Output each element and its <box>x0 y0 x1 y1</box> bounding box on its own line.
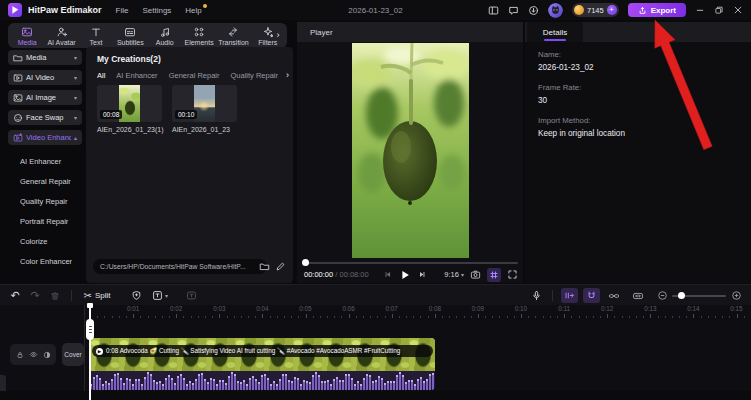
menu-settings[interactable]: Settings <box>142 6 171 15</box>
user-avatar[interactable] <box>548 3 563 18</box>
creations-tabs-scroll-icon[interactable]: › <box>284 70 289 80</box>
ruler-label: 0:07 <box>386 305 398 312</box>
redo-button[interactable]: ↷ <box>28 285 42 306</box>
restore-button[interactable] <box>714 5 724 15</box>
split-button[interactable]: ✂ Split <box>79 285 115 306</box>
link-toggle[interactable] <box>606 285 622 306</box>
creation-card[interactable]: 00:10AIEn_2026_01_23 <box>172 85 237 133</box>
zoom-in-button[interactable] <box>729 285 743 306</box>
add-text-button[interactable]: ▾ <box>148 285 172 306</box>
sidebar-item-portrait-repair[interactable]: Portrait Repair <box>8 211 82 231</box>
zoom-out-button[interactable] <box>655 285 669 306</box>
sidebar-item-general-repair[interactable]: General Repair <box>8 171 82 191</box>
hide-track-icon[interactable] <box>29 350 38 359</box>
menu-file[interactable]: File <box>116 6 129 15</box>
download-icon[interactable] <box>528 5 539 16</box>
coin-icon <box>574 5 584 15</box>
playhead-cap[interactable] <box>87 303 93 308</box>
player-progress-bar[interactable] <box>302 261 518 264</box>
sidebar-item-color-enhancer[interactable]: Color Enhancer <box>8 251 82 271</box>
record-voice-icon[interactable] <box>528 285 544 306</box>
sidebar-group-ai-image[interactable]: AI Image▾ <box>8 90 82 105</box>
creation-card[interactable]: 00:08AIEn_2026_01_23(1) <box>97 85 162 133</box>
menu-help[interactable]: Help <box>185 6 201 15</box>
clip-title-band: ▶ 0:08 Advocoda 🥑 Cutting 🔪 Satisfying V… <box>92 345 433 357</box>
playhead-handle[interactable] <box>86 319 94 340</box>
snapshot-icon[interactable] <box>470 269 481 280</box>
sidebar-group-ai-video[interactable]: AI Video▾ <box>8 70 82 85</box>
save-path-field[interactable]: C:/Users/HP/Documents/HitPaw Software/Hi… <box>93 259 267 274</box>
creations-title: My Creations(2) <box>97 54 161 64</box>
magnet-toggle[interactable] <box>583 285 600 306</box>
sidebar-group-face-swap[interactable]: Face Swap▾ <box>8 110 82 125</box>
player-progress-knob[interactable] <box>302 259 309 266</box>
tab-elements[interactable]: Elements <box>182 26 216 46</box>
undo-button[interactable]: ↶ <box>8 285 22 306</box>
coins-balance[interactable]: 7145 + <box>572 3 619 17</box>
creations-cards: 00:08AIEn_2026_01_23(1)00:10AIEn_2026_01… <box>97 85 237 133</box>
open-folder-icon[interactable] <box>259 261 270 272</box>
ribbon-scroll-right-icon[interactable]: › <box>273 30 283 40</box>
lock-track-icon[interactable] <box>16 351 24 359</box>
creations-tab-general-repair[interactable]: General Repair <box>169 71 220 80</box>
tab-media[interactable]: Media <box>10 26 44 46</box>
sidebar-item-quality-repair[interactable]: Quality Repair <box>8 191 82 211</box>
mute-track-icon[interactable] <box>43 351 51 359</box>
tab-transition[interactable]: Transition <box>216 26 250 46</box>
ruler-label: 0:05 <box>299 305 311 312</box>
field-value: 2026-01-23_02 <box>538 63 741 72</box>
field-label: Name: <box>538 50 741 59</box>
sticker-button[interactable] <box>183 285 199 306</box>
minimize-button[interactable] <box>695 5 705 15</box>
add-coins-icon[interactable]: + <box>607 5 617 15</box>
sidebar-group-video-enhancer[interactable]: Video Enhancer▴ <box>8 130 82 145</box>
playhead[interactable] <box>89 303 91 400</box>
tab-subtitles[interactable]: Subtitles <box>113 26 147 46</box>
cover-button[interactable]: Cover <box>62 343 84 366</box>
tab-label: Media <box>18 39 37 46</box>
grid-toggle-button[interactable] <box>487 268 501 282</box>
tab-audio[interactable]: Audio <box>148 26 182 46</box>
sidebar-group-media[interactable]: Media▾ <box>8 50 82 65</box>
thumbnail-image-sunset <box>194 85 215 122</box>
next-frame-icon[interactable] <box>418 270 427 279</box>
export-button[interactable]: Export <box>628 3 686 17</box>
face-icon <box>13 113 23 123</box>
close-button[interactable] <box>733 5 743 15</box>
ai-image-icon <box>13 93 23 103</box>
field-label: Import Method: <box>538 116 741 125</box>
ripple-edit-toggle[interactable] <box>561 285 578 306</box>
group-label: AI Video <box>26 73 71 82</box>
delete-button[interactable] <box>48 285 62 306</box>
fit-timeline-button[interactable] <box>630 285 646 306</box>
video-icon <box>13 73 23 83</box>
sparkle-icon <box>262 26 274 38</box>
tab-details[interactable]: Details <box>527 22 583 42</box>
player-controls: 00:00:00 / 00:08:00 9:16 ▾ <box>297 266 523 283</box>
sidebar-item-ai-enhancer[interactable]: AI Enhancer <box>8 151 82 171</box>
creations-tab-quality-repair[interactable]: Quality Repair <box>230 71 278 80</box>
tab-ai-avatar[interactable]: AI Avatar <box>44 26 78 46</box>
edit-path-icon[interactable] <box>275 261 286 272</box>
tab-label: Audio <box>156 39 174 46</box>
timeline-ruler[interactable]: 0:010:020:030:040:050:060:070:080:090:10… <box>0 305 751 319</box>
details-panel: Details Name:2026-01-23_02Frame Rate:30I… <box>525 22 751 283</box>
tab-text[interactable]: Text <box>79 26 113 46</box>
play-icon[interactable] <box>399 269 411 281</box>
layout-icon[interactable] <box>488 5 499 16</box>
mask-button[interactable] <box>128 285 144 306</box>
creations-tab-ai-enhancer[interactable]: AI Enhancer <box>116 71 157 80</box>
fullscreen-icon[interactable] <box>507 269 518 280</box>
grid-dots-icon <box>193 26 205 38</box>
ruler-label: 0:03 <box>213 305 225 312</box>
player-panel: Player <box>297 22 523 283</box>
creation-thumbnail: 00:10 <box>172 85 237 122</box>
timeline[interactable]: 0:010:020:030:040:050:060:070:080:090:10… <box>0 305 751 400</box>
feedback-icon[interactable] <box>508 5 519 16</box>
previous-frame-icon[interactable] <box>383 270 392 279</box>
aspect-ratio-select[interactable]: 9:16 ▾ <box>444 270 464 279</box>
sidebar-item-colorize[interactable]: Colorize <box>8 231 82 251</box>
creations-tab-all[interactable]: All <box>97 71 105 80</box>
video-clip[interactable]: ▶ 0:08 Advocoda 🥑 Cutting 🔪 Satisfying V… <box>90 338 435 390</box>
timeline-zoom-knob[interactable] <box>678 292 685 299</box>
